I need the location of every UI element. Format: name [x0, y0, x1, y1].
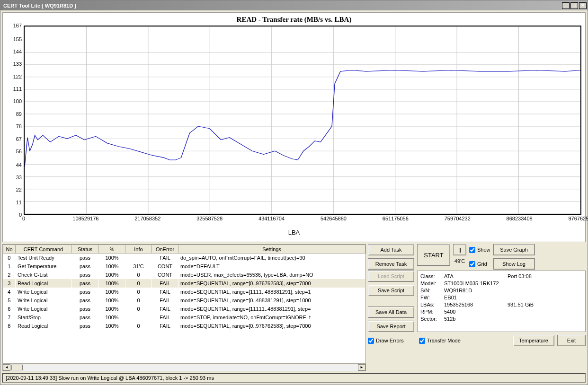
show-log-button[interactable]: Show Log: [493, 258, 535, 270]
drive-capacity: 931.51 GiB: [508, 301, 582, 308]
exit-button[interactable]: Exit: [557, 335, 586, 346]
controls-panel: Add Task Remove Task START || 49'C Show …: [368, 244, 586, 371]
temperature-readout: 49'C: [454, 258, 465, 264]
drive-class-label: Class:: [420, 273, 442, 280]
drive-model-value: ST1000LM035-1RK172: [444, 280, 582, 287]
table-row[interactable]: 8Read Logicalpass100%0FAILmode=SEQUENTIA…: [3, 322, 365, 330]
titlebar[interactable]: CERT Tool Lite [ WQ91R81D ] _ □ ✕: [0, 0, 588, 10]
show-checkbox[interactable]: Show: [469, 247, 490, 253]
drive-info-panel: Class:ATAPort 03:08 Model:ST1000LM035-1R…: [417, 271, 586, 332]
th-status[interactable]: Status: [71, 245, 99, 254]
drive-fw-value: EB01: [444, 294, 582, 301]
maximize-button[interactable]: □: [570, 2, 578, 9]
temperature-button[interactable]: Temperature: [513, 335, 554, 346]
x-axis-label: LBA: [7, 229, 581, 236]
status-bar: [2020-09-11 13:49:33] Slow run on Write …: [2, 373, 586, 383]
start-button[interactable]: START: [417, 244, 450, 266]
drive-port: Port 03:08: [508, 273, 582, 280]
x-axis: 0108529176217058352325587528434116704542…: [24, 215, 581, 222]
table-row[interactable]: 7Start/Stoppass100%FAILmode=STOP, immedi…: [3, 313, 365, 322]
table-row[interactable]: 6Write Logicalpass100%0FAILmode=SEQUENTI…: [3, 305, 365, 313]
drive-model-label: Model:: [420, 280, 442, 287]
table-row[interactable]: 5Write Logicalpass100%0FAILmode=SEQUENTI…: [3, 296, 365, 305]
task-table[interactable]: No CERT Command Status % Info OnError Se…: [3, 245, 365, 330]
grid-checkbox[interactable]: Grid: [469, 261, 490, 267]
table-row[interactable]: 2Check G-Listpass100%0CONTmode=USER, max…: [3, 271, 365, 279]
th-command[interactable]: CERT Command: [16, 245, 71, 254]
task-table-panel: No CERT Command Status % Info OnError Se…: [2, 244, 366, 371]
pause-button[interactable]: ||: [453, 244, 466, 255]
save-all-data-button[interactable]: Save All Data: [368, 306, 414, 318]
scroll-thumb[interactable]: [11, 365, 23, 370]
save-graph-button[interactable]: Save Graph: [493, 244, 535, 255]
draw-errors-checkbox[interactable]: Draw Errors: [368, 338, 404, 344]
transfer-mode-checkbox[interactable]: Transfer Mode: [419, 338, 461, 344]
drive-sn-value: WQ91R81D: [444, 287, 582, 294]
drive-class-value: ATA: [444, 273, 506, 280]
plot-area[interactable]: [24, 26, 581, 215]
drive-lbas-value: 1953525168: [444, 301, 506, 308]
horizontal-scrollbar[interactable]: ◄ ►: [3, 363, 365, 371]
drive-rpm-value: 5400: [444, 308, 582, 315]
save-script-button[interactable]: Save Script: [368, 285, 414, 296]
chart-panel: READ - Transfer rate (MB/s vs. LBA) 0112…: [2, 12, 586, 242]
scroll-right-icon[interactable]: ►: [358, 364, 365, 371]
th-info[interactable]: Info: [125, 245, 152, 254]
drive-sector-value: 512b: [444, 315, 582, 323]
th-onerror[interactable]: OnError: [152, 245, 178, 254]
minimize-button[interactable]: _: [562, 2, 570, 9]
close-button[interactable]: ✕: [579, 2, 587, 9]
y-axis: 01122334456677889100111122133144155167: [7, 26, 24, 215]
drive-rpm-label: RPM:: [420, 308, 442, 315]
scroll-left-icon[interactable]: ◄: [3, 364, 10, 371]
add-task-button[interactable]: Add Task: [368, 244, 414, 255]
main-window: CERT Tool Lite [ WQ91R81D ] _ □ ✕ READ -…: [0, 0, 588, 385]
th-no[interactable]: No: [3, 245, 16, 254]
table-row[interactable]: 1Get Temperaturepass100%31'CCONTmode=DEF…: [3, 262, 365, 271]
drive-fw-label: FW:: [420, 294, 442, 301]
table-row[interactable]: 3Read Logicalpass100%0FAILmode=SEQUENTIA…: [3, 279, 365, 288]
th-settings[interactable]: Settings: [178, 245, 365, 254]
drive-sn-label: S/N:: [420, 287, 442, 294]
window-title: CERT Tool Lite [ WQ91R81D ]: [3, 3, 76, 9]
drive-lbas-label: LBAs:: [420, 301, 442, 308]
load-script-button[interactable]: Load Script: [368, 271, 414, 282]
remove-task-button[interactable]: Remove Task: [368, 258, 414, 270]
table-row[interactable]: 0Test Unit Readypass100%FAILdo_spin=AUTO…: [3, 254, 365, 262]
th-percent[interactable]: %: [99, 245, 125, 254]
drive-sector-label: Sector:: [420, 315, 442, 323]
save-report-button[interactable]: Save Report: [368, 321, 414, 332]
chart-title: READ - Transfer rate (MB/s vs. LBA): [7, 16, 581, 24]
table-row[interactable]: 4Write Logicalpass100%0FAILmode=SEQUENTI…: [3, 288, 365, 296]
